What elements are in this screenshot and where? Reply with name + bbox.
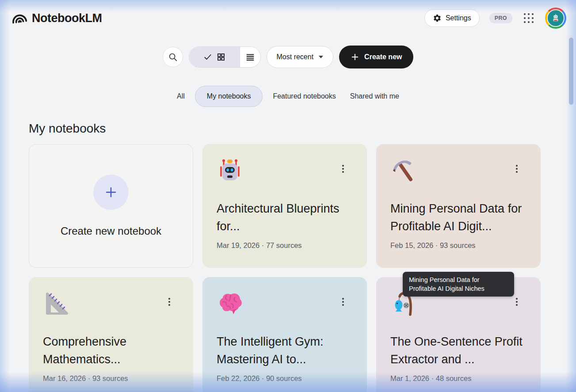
sort-dropdown[interactable]: Most recent bbox=[267, 46, 334, 68]
more-options-button[interactable] bbox=[164, 296, 175, 309]
search-icon bbox=[168, 52, 178, 62]
notebook-card[interactable]: Architectural Blueprints for... Mar 19, … bbox=[202, 144, 367, 268]
notebook-card[interactable]: Mining Personal Data for Profitable AI D… bbox=[376, 144, 541, 268]
settings-label: Settings bbox=[446, 14, 471, 22]
create-notebook-label: Create new notebook bbox=[61, 225, 161, 237]
plus-icon bbox=[104, 186, 118, 199]
avatar[interactable] bbox=[545, 8, 566, 29]
view-toggle bbox=[189, 46, 261, 68]
section-title: My notebooks bbox=[29, 122, 576, 136]
grid-view-button[interactable] bbox=[189, 47, 240, 67]
tab-all[interactable]: All bbox=[173, 86, 189, 107]
robot-icon bbox=[217, 157, 243, 184]
notebook-grid: Create new notebook A bbox=[29, 144, 547, 392]
brain-icon bbox=[217, 290, 243, 317]
create-new-button[interactable]: Create new bbox=[339, 46, 413, 69]
list-view-icon bbox=[245, 52, 255, 62]
notebooklm-logo-icon bbox=[10, 9, 29, 28]
notebook-card[interactable]: Comprehensive Mathematics... Mar 16, 202… bbox=[29, 277, 193, 392]
notebook-card[interactable]: The Intelligent Gym: Mastering AI to... … bbox=[202, 277, 367, 392]
more-options-button[interactable] bbox=[338, 296, 348, 309]
vertical-dots-icon bbox=[165, 297, 174, 307]
scrollbar-thumb[interactable] bbox=[569, 38, 573, 105]
notebook-title: The One-Sentence Profit Extractor and ..… bbox=[390, 333, 526, 368]
create-notebook-card[interactable]: Create new notebook bbox=[29, 144, 193, 268]
create-new-label: Create new bbox=[364, 53, 402, 61]
tab-shared-with-me[interactable]: Shared with me bbox=[346, 86, 403, 107]
tab-my-notebooks[interactable]: My notebooks bbox=[195, 86, 263, 107]
app-logo[interactable]: NotebookLM bbox=[11, 10, 102, 27]
sort-label: Most recent bbox=[277, 53, 314, 61]
notebook-meta: Mar 16, 2026 · 93 sources bbox=[43, 374, 179, 383]
more-options-button[interactable] bbox=[511, 163, 522, 176]
settings-button[interactable]: Settings bbox=[424, 9, 480, 27]
apps-grid-icon bbox=[524, 13, 534, 23]
vertical-dots-icon bbox=[512, 297, 521, 307]
pro-badge: PRO bbox=[489, 13, 512, 23]
vertical-dots-icon bbox=[339, 164, 347, 174]
apps-grid-button[interactable] bbox=[522, 11, 535, 25]
search-button[interactable] bbox=[163, 47, 183, 67]
app-title: NotebookLM bbox=[32, 11, 102, 25]
more-options-button[interactable] bbox=[511, 296, 522, 309]
grid-view-icon bbox=[217, 53, 225, 61]
pickaxe-icon bbox=[390, 157, 417, 184]
notebook-title: Mining Personal Data for Profitable AI D… bbox=[390, 200, 526, 235]
triangle-ruler-icon bbox=[43, 290, 69, 317]
notebook-title: Architectural Blueprints for... bbox=[217, 200, 353, 235]
notebook-title: The Intelligent Gym: Mastering AI to... bbox=[217, 333, 353, 368]
notebook-title: Comprehensive Mathematics... bbox=[43, 333, 179, 368]
app-header: NotebookLM Settings PRO bbox=[0, 0, 576, 36]
notebook-meta: Feb 15, 2026 · 93 sources bbox=[390, 241, 526, 250]
avatar-robot-image bbox=[547, 9, 565, 27]
filter-tabs: All My notebooks Featured notebooks Shar… bbox=[0, 86, 576, 107]
vertical-dots-icon bbox=[512, 164, 521, 174]
plus-icon bbox=[351, 53, 359, 61]
vertical-dots-icon bbox=[339, 297, 347, 307]
checkmark-icon bbox=[203, 53, 212, 61]
notebook-meta: Feb 22, 2026 · 90 sources bbox=[217, 374, 353, 383]
toolbar: Most recent Create new bbox=[0, 46, 576, 69]
notebook-meta: Mar 19, 2026 · 77 sources bbox=[217, 241, 353, 250]
notebook-meta: Mar 1, 2026 · 48 sources bbox=[390, 374, 526, 383]
chevron-down-icon bbox=[319, 56, 323, 58]
tab-featured-notebooks[interactable]: Featured notebooks bbox=[269, 86, 339, 107]
card-title-tooltip: Mining Personal Data for Profitable AI D… bbox=[403, 272, 514, 297]
list-view-button[interactable] bbox=[240, 47, 260, 67]
more-options-button[interactable] bbox=[338, 163, 348, 176]
gear-icon bbox=[433, 14, 442, 23]
plus-circle bbox=[93, 175, 129, 210]
